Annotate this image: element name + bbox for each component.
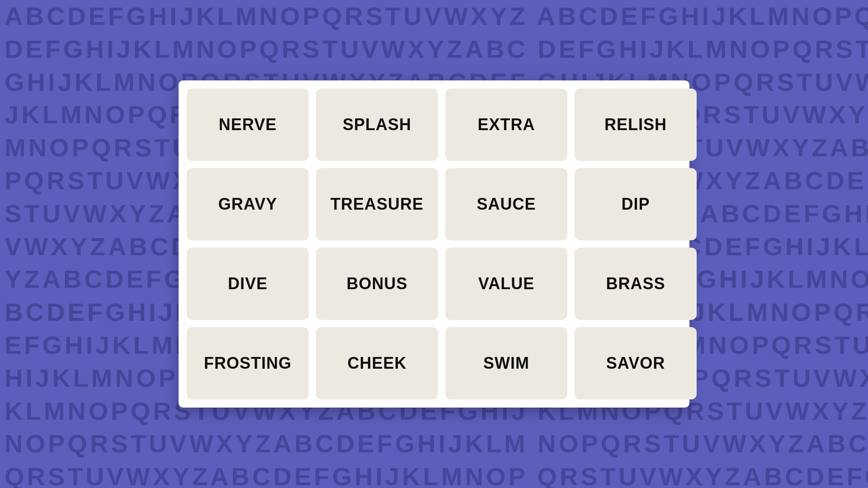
word-label-7: SAUCE — [476, 195, 536, 214]
word-label-6: TREASURE — [330, 195, 424, 214]
word-card-14[interactable]: CHEEK — [316, 327, 438, 399]
word-card-5[interactable]: GRAVY — [187, 168, 309, 240]
word-card-10[interactable]: BONUS — [316, 248, 438, 320]
word-label-1: NERVE — [219, 115, 277, 134]
word-card-15[interactable]: SWIM — [445, 327, 567, 399]
bg-text-row: NOPQRSTUVWXYZABCDEFGHIJKLM NOPQRSTUVWXYZ… — [0, 427, 868, 460]
word-label-11: VALUE — [478, 274, 534, 293]
word-label-13: FROSTING — [204, 354, 292, 373]
word-label-9: DIVE — [228, 274, 268, 293]
word-card-3[interactable]: EXTRA — [445, 89, 567, 161]
word-card-2[interactable]: SPLASH — [316, 89, 438, 161]
word-card-16[interactable]: SAVOR — [575, 327, 697, 399]
word-label-14: CHEEK — [347, 354, 406, 373]
word-label-3: EXTRA — [477, 115, 535, 134]
word-label-10: BONUS — [346, 274, 407, 293]
word-label-2: SPLASH — [343, 115, 411, 134]
word-label-4: RELISH — [604, 115, 667, 134]
word-label-15: SWIM — [483, 354, 529, 373]
word-card-4[interactable]: RELISH — [575, 89, 697, 161]
word-card-9[interactable]: DIVE — [187, 248, 309, 320]
word-card-7[interactable]: SAUCE — [445, 168, 567, 240]
bg-text-row: DEFGHIJKLMNOPQRSTUVWXYZABC DEFGHIJKLMNOP… — [0, 33, 868, 66]
word-card-1[interactable]: NERVE — [187, 89, 309, 161]
word-card-12[interactable]: BRASS — [575, 248, 697, 320]
word-card-8[interactable]: DIP — [575, 168, 697, 240]
word-label-5: GRAVY — [218, 195, 277, 214]
word-label-12: BRASS — [606, 274, 665, 293]
word-label-16: SAVOR — [606, 354, 665, 373]
word-label-8: DIP — [621, 195, 650, 214]
word-grid: NERVE SPLASH EXTRA RELISH GRAVY TREASURE — [179, 80, 689, 408]
word-card-6[interactable]: TREASURE — [316, 168, 438, 240]
word-card-13[interactable]: FROSTING — [187, 327, 309, 399]
bg-text-row: QRSTUVWXYZABCDEFGHIJKLMNOP QRSTUVWXYZABC… — [0, 460, 868, 488]
bg-text-row: ABCDEFGHIJKLMNOPQRSTUVWXYZ ABCDEFGHIJKLM… — [0, 0, 868, 33]
word-card-11[interactable]: VALUE — [445, 248, 567, 320]
